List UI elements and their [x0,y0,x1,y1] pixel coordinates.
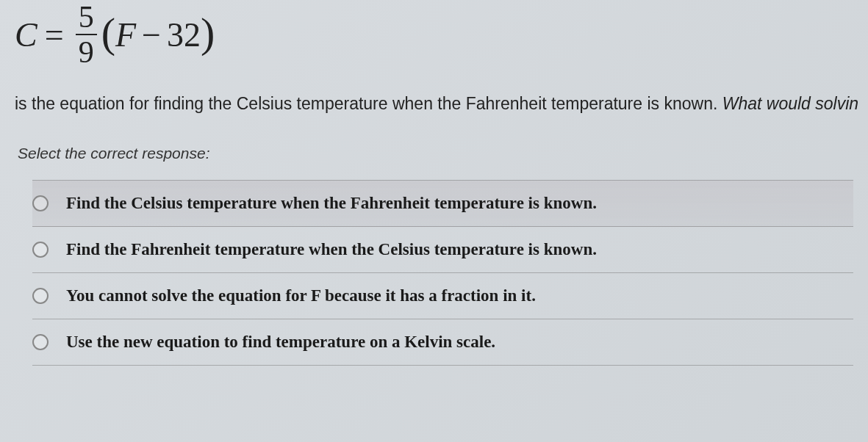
options-list: Find the Celsius temperature when the Fa… [15,180,853,366]
option-label: Use the new equation to find temperature… [66,333,495,352]
radio-icon [32,334,49,350]
equation-inner-var: F [115,15,136,54]
equation-lhs-var: C [15,15,37,54]
option-1[interactable]: Find the Celsius temperature when the Fa… [32,180,853,227]
radio-icon [32,242,49,258]
equation-fraction: 5 9 [76,1,97,68]
equation-inner-num: 32 [167,15,201,54]
option-label: Find the Fahrenheit temperature when the… [66,240,597,259]
radio-icon [32,288,49,304]
option-label: You cannot solve the equation for F beca… [66,286,536,305]
option-3[interactable]: You cannot solve the equation for F beca… [32,273,853,319]
description-text-1: is the equation for finding the Celsius … [15,94,722,113]
fraction-numerator: 5 [76,1,97,34]
right-paren: ) [201,12,215,54]
option-4[interactable]: Use the new equation to find temperature… [32,319,853,366]
description-text-2: What would solvin [722,94,858,113]
equation-equals: = [45,15,64,54]
question-description: is the equation for finding the Celsius … [15,94,853,114]
left-paren: ( [101,12,115,54]
option-label: Find the Celsius temperature when the Fa… [66,194,597,213]
equation-minus: − [142,15,161,54]
fraction-denominator: 9 [76,34,97,68]
equation: C = 5 9 ( F − 32 ) [15,0,853,81]
option-2[interactable]: Find the Fahrenheit temperature when the… [32,227,853,273]
select-prompt: Select the correct response: [15,145,853,162]
radio-icon [32,195,49,211]
